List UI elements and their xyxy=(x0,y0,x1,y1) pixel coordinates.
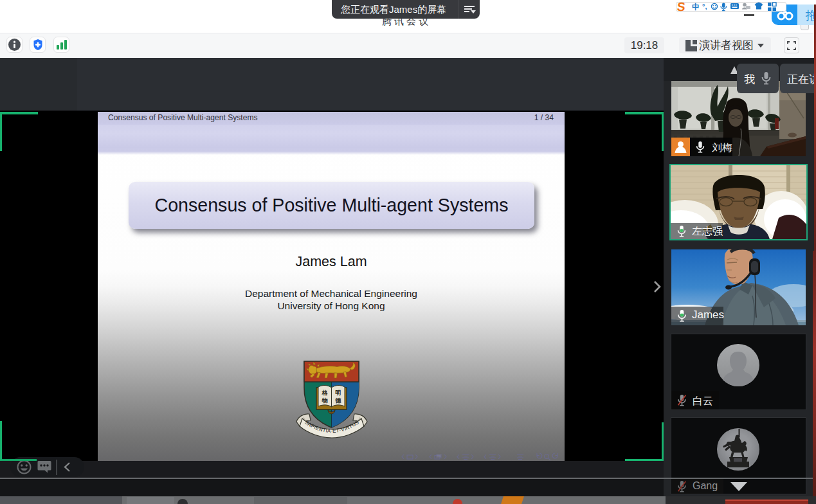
svg-text:S: S xyxy=(676,1,686,14)
svg-text:明: 明 xyxy=(336,390,341,396)
svg-text:德: 德 xyxy=(335,397,342,404)
svg-text:中: 中 xyxy=(692,3,700,12)
svg-text:格: 格 xyxy=(322,390,329,396)
svg-text:物: 物 xyxy=(322,397,328,404)
svg-text:°,: °, xyxy=(702,3,707,10)
